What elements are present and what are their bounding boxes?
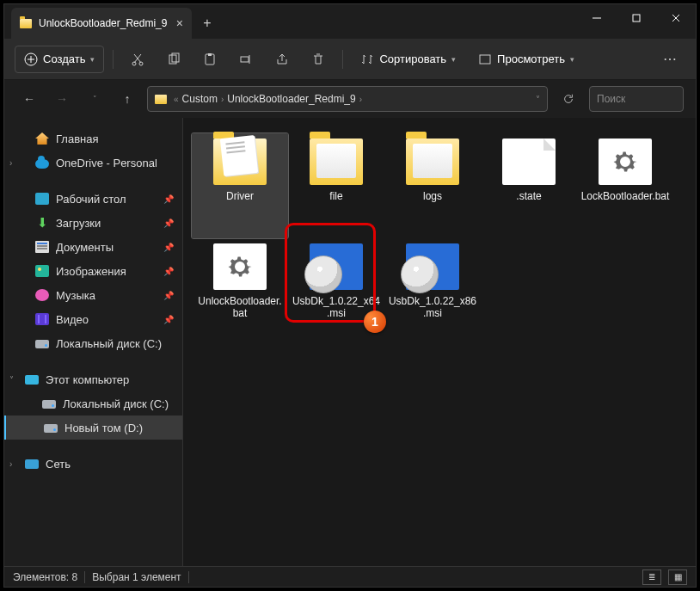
paste-icon[interactable] [194, 46, 225, 73]
more-icon[interactable]: ⋯ [654, 46, 685, 73]
folder-icon [213, 139, 267, 185]
recent-button[interactable]: ˅ [82, 86, 107, 112]
minimize-button[interactable] [577, 4, 617, 32]
window-tab[interactable]: UnlockBootloader_Redmi_9 × [11, 8, 192, 39]
sidebar-music[interactable]: Музыка📌 [4, 283, 182, 307]
pin-icon: 📌 [163, 219, 174, 228]
breadcrumb-seg[interactable]: Custom› [182, 93, 224, 105]
create-label: Создать [43, 52, 85, 65]
folder-icon [155, 95, 167, 104]
details-view-button[interactable]: ≣ [642, 569, 661, 585]
folder-icon [310, 139, 363, 185]
sidebar-video[interactable]: Видео📌 [4, 307, 182, 331]
installer-icon [406, 243, 459, 290]
pin-icon: 📌 [163, 267, 174, 276]
file-item[interactable]: .state [481, 133, 577, 238]
tab-title: UnlockBootloader_Redmi_9 [39, 17, 167, 29]
breadcrumb-seg[interactable]: UnlockBootloader_Redmi_9› [227, 93, 362, 105]
view-label: Просмотреть [497, 52, 565, 65]
status-count: Элементов: 8 [13, 571, 77, 583]
svg-rect-0 [633, 15, 640, 22]
sidebar-this-pc[interactable]: ˅Этот компьютер [4, 367, 182, 391]
search-input[interactable]: Поиск [589, 86, 684, 112]
gear-icon [599, 139, 652, 185]
svg-rect-8 [241, 57, 249, 62]
download-icon: ⬇ [35, 217, 49, 229]
sidebar-downloads[interactable]: ⬇Загрузки📌 [4, 211, 182, 235]
pin-icon: 📌 [163, 315, 174, 324]
forward-button[interactable]: → [49, 86, 75, 112]
new-tab-button[interactable]: + [192, 8, 223, 39]
svg-rect-7 [208, 53, 212, 56]
chevron-icon: « [174, 95, 179, 104]
file-item-folder[interactable]: Driver [192, 133, 288, 238]
refresh-button[interactable] [555, 86, 582, 112]
sort-label: Сортировать [379, 52, 446, 65]
close-button[interactable] [656, 4, 696, 32]
pin-icon: 📌 [163, 243, 174, 252]
share-icon[interactable] [267, 46, 298, 73]
copy-icon[interactable] [158, 46, 189, 73]
sidebar: Главная ›OneDrive - Personal Рабочий сто… [4, 118, 183, 566]
file-item-folder[interactable]: logs [384, 133, 481, 238]
sidebar-desktop[interactable]: Рабочий стол📌 [4, 187, 182, 211]
grid-view-button[interactable]: ▦ [668, 569, 687, 585]
pin-icon: 📌 [163, 194, 174, 204]
sidebar-documents[interactable]: Документы📌 [4, 235, 182, 259]
toolbar: Создать ▾ Сортировать ▾ Просмотреть ▾ ⋯ [4, 39, 696, 80]
sidebar-home[interactable]: Главная [4, 126, 182, 151]
sidebar-onedrive[interactable]: ›OneDrive - Personal [4, 151, 182, 175]
file-item-bat[interactable]: LockBootloader.bat [577, 133, 673, 238]
create-button[interactable]: Создать ▾ [15, 46, 104, 73]
up-button[interactable]: ↑ [114, 86, 140, 112]
status-bar: Элементов: 8 Выбран 1 элемент ≣ ▦ [4, 566, 696, 587]
sidebar-network[interactable]: ›Сеть [4, 452, 182, 476]
pin-icon: 📌 [163, 291, 174, 300]
cut-icon[interactable] [122, 46, 153, 73]
file-item-msi-x86[interactable]: UsbDk_1.0.22_x86.msi [384, 238, 481, 343]
sidebar-drive-c[interactable]: Локальный диск (C:) [4, 331, 182, 355]
folder-icon [20, 19, 32, 28]
file-item-bat[interactable]: UnlockBootloader.bat [192, 238, 288, 343]
rename-icon[interactable] [230, 46, 261, 73]
sidebar-drive-c2[interactable]: Локальный диск (C:) [4, 391, 182, 416]
nav-row: ← → ˅ ↑ « Custom› UnlockBootloader_Redmi… [4, 80, 696, 118]
file-item-folder[interactable]: file [288, 133, 384, 238]
explorer-window: UnlockBootloader_Redmi_9 × + Создать ▾ [3, 3, 697, 588]
status-selected: Выбран 1 элемент [92, 571, 181, 583]
file-icon [502, 139, 556, 185]
delete-icon[interactable] [303, 46, 334, 73]
sidebar-pictures[interactable]: Изображения📌 [4, 259, 182, 283]
callout-badge: 1 [364, 311, 386, 333]
close-tab-icon[interactable]: × [176, 16, 183, 30]
sort-button[interactable]: Сортировать ▾ [352, 46, 464, 73]
gear-icon [213, 243, 267, 290]
sidebar-drive-d[interactable]: Новый том (D:) [4, 416, 182, 440]
file-grid[interactable]: Driver file logs .state LockBootloader.b… [183, 118, 696, 566]
maximize-button[interactable] [617, 4, 656, 32]
titlebar: UnlockBootloader_Redmi_9 × + [4, 4, 696, 39]
address-bar[interactable]: « Custom› UnlockBootloader_Redmi_9› ˅ [147, 86, 548, 112]
chevron-down-icon[interactable]: ˅ [536, 95, 540, 104]
folder-icon [406, 139, 459, 185]
view-button[interactable]: Просмотреть ▾ [470, 46, 583, 73]
installer-icon [310, 243, 363, 290]
svg-rect-9 [480, 55, 490, 64]
back-button[interactable]: ← [16, 86, 42, 112]
